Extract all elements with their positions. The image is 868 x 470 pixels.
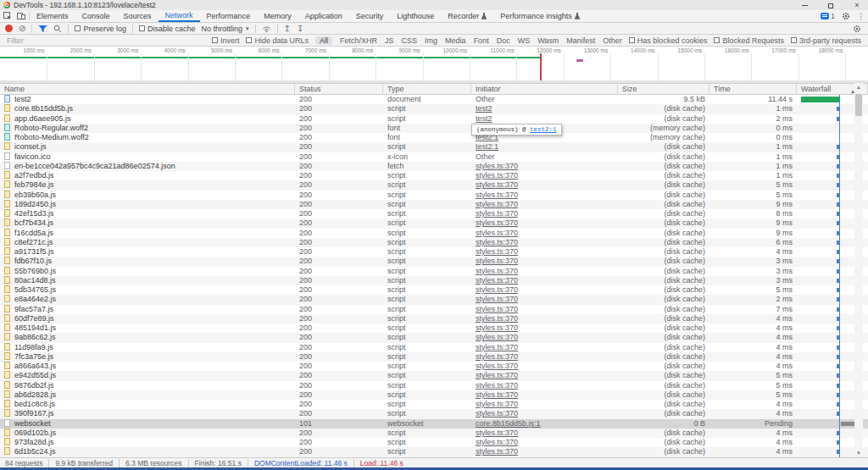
initiator-link[interactable]: styles.ts:370 xyxy=(476,209,518,218)
table-row[interactable]: iconset.js200scripttest2:1(disk cache)1 … xyxy=(0,142,868,152)
close-button[interactable]: × xyxy=(851,0,863,10)
tab-performance[interactable]: Performance xyxy=(200,10,258,22)
initiator-link[interactable]: styles.ts:370 xyxy=(476,257,518,265)
table-row[interactable]: 390f9167.js200scriptstyles.ts:370(disk c… xyxy=(0,409,868,418)
table-row[interactable]: Roboto-Regular.woff2200fonttest2:1(memor… xyxy=(0,124,868,133)
type-filter-img[interactable]: Img xyxy=(425,36,437,45)
table-row[interactable]: fdb67f10.js200scriptstyles.ts:370(disk c… xyxy=(0,257,868,266)
table-row[interactable]: 42ef15d3.js200scriptstyles.ts:370(disk c… xyxy=(0,209,868,218)
tab-console[interactable]: Console xyxy=(75,10,117,22)
tab-memory[interactable]: Memory xyxy=(257,10,298,22)
initiator-link[interactable]: test2:1 xyxy=(476,142,498,151)
type-filter-all[interactable]: All xyxy=(315,36,332,45)
column-header-status[interactable]: Status xyxy=(295,84,383,95)
initiator-link[interactable]: core.8b15dd5b.js:1 xyxy=(476,419,541,428)
filter-funnel-icon[interactable] xyxy=(38,25,47,33)
column-header-time[interactable]: Time xyxy=(709,84,797,95)
table-row[interactable]: 7fc3a75e.js200scriptstyles.ts:370(disk c… xyxy=(0,352,868,362)
type-filter-other[interactable]: Other xyxy=(603,36,622,45)
tab-sources[interactable]: Sources xyxy=(117,10,159,22)
table-row[interactable]: app.d6aee905.js200scripttest2(disk cache… xyxy=(0,114,868,124)
type-filter-font[interactable]: Font xyxy=(474,36,489,45)
initiator-link[interactable]: test2 xyxy=(476,104,492,113)
settings-gear-icon[interactable] xyxy=(842,12,850,20)
table-row[interactable]: favicon.ico200x-iconOther(disk cache)1 m… xyxy=(0,152,868,162)
table-row[interactable]: f16cdd5a.js200scriptstyles.ts:370(disk c… xyxy=(0,229,868,238)
table-row[interactable]: en-be1cce042a957bc4c9ca21ad86e02574.json… xyxy=(0,162,868,171)
initiator-link[interactable]: styles.ts:370 xyxy=(476,191,518,199)
table-row[interactable]: 485194d1.js200scriptstyles.ts:370(disk c… xyxy=(0,323,868,333)
type-filter-fetch-xhr[interactable]: Fetch/XHR xyxy=(340,36,377,45)
initiator-link[interactable]: styles.ts:370 xyxy=(476,343,518,351)
disable-cache-checkbox[interactable]: Disable cache xyxy=(139,25,196,33)
third-party-requests-checkbox[interactable]: 3rd-party requests xyxy=(791,36,861,45)
minimize-button[interactable] xyxy=(798,0,810,10)
initiator-link[interactable]: styles.ts:370 xyxy=(476,447,518,456)
network-conditions-icon[interactable] xyxy=(262,25,271,33)
table-scrollbar[interactable]: ▲ ▼ xyxy=(854,83,863,457)
table-row[interactable]: 6d1b5c24.js200scriptstyles.ts:370(disk c… xyxy=(0,447,868,456)
record-button[interactable] xyxy=(5,25,13,32)
clear-icon[interactable]: ⊘ xyxy=(19,25,25,33)
tab-elements[interactable]: Elements xyxy=(30,10,75,22)
table-row[interactable]: 9ab86c62.js200scriptstyles.ts:370(disk c… xyxy=(0,333,868,342)
initiator-link[interactable]: styles.ts:370 xyxy=(476,362,518,370)
table-row[interactable]: 973fa28d.js200scriptstyles.ts:370(disk c… xyxy=(0,438,868,447)
tab-application[interactable]: Application xyxy=(298,10,349,22)
tab-security[interactable]: Security xyxy=(349,10,391,22)
table-row[interactable]: e8a464e2.js200scriptstyles.ts:370(disk c… xyxy=(0,295,868,304)
type-filter-ws[interactable]: WS xyxy=(518,36,531,45)
initiator-link[interactable]: styles.ts:370 xyxy=(476,162,518,170)
search-icon[interactable] xyxy=(53,25,62,33)
table-row[interactable]: Roboto-Medium.woff2200fonttest2:1(memory… xyxy=(0,133,868,142)
more-options-icon[interactable]: ⋮ xyxy=(857,12,865,20)
column-header-size[interactable]: Size xyxy=(618,84,709,95)
table-row[interactable]: websocket101websocketcore.8b15dd5b.js:10… xyxy=(0,419,868,429)
table-row[interactable]: 5db34765.js200scriptstyles.ts:370(disk c… xyxy=(0,285,868,295)
tooltip-initiator-link[interactable]: test2:1 xyxy=(530,126,557,133)
initiator-link[interactable]: styles.ts:370 xyxy=(476,390,518,399)
initiator-link[interactable]: styles.ts:370 xyxy=(476,429,518,437)
issues-counter[interactable]: 1 xyxy=(821,12,835,20)
initiator-link[interactable]: styles.ts:370 xyxy=(476,171,518,180)
blocked-requests-checkbox[interactable]: Blocked Requests xyxy=(714,36,784,45)
initiator-link[interactable]: styles.ts:370 xyxy=(476,409,518,417)
initiator-link[interactable]: styles.ts:370 xyxy=(476,247,518,256)
tab-network[interactable]: Network xyxy=(159,10,200,22)
column-header-initiator[interactable]: Initiator xyxy=(471,84,618,95)
column-header-type[interactable]: Type xyxy=(383,84,471,95)
type-filter-css[interactable]: CSS xyxy=(402,36,418,45)
table-row[interactable]: a2f7edbd.js200scriptstyles.ts:370(disk c… xyxy=(0,171,868,180)
filter-input[interactable] xyxy=(7,36,205,45)
tab-lighthouse[interactable]: Lighthouse xyxy=(390,10,441,22)
scroll-down-icon[interactable]: ▼ xyxy=(854,449,863,457)
scroll-up-icon[interactable]: ▲ xyxy=(854,83,863,91)
has-blocked-cookies-checkbox[interactable]: Has blocked cookies xyxy=(629,36,708,45)
initiator-link[interactable]: styles.ts:370 xyxy=(476,352,518,361)
table-row[interactable]: eb39b60a.js200scriptstyles.ts:370(disk c… xyxy=(0,191,868,200)
initiator-link[interactable]: styles.ts:370 xyxy=(476,314,518,323)
initiator-link[interactable]: styles.ts:370 xyxy=(476,400,518,408)
initiator-link[interactable]: styles.ts:370 xyxy=(476,276,518,285)
hide-data-urls-checkbox[interactable]: Hide data URLs xyxy=(246,36,309,45)
table-row[interactable]: a866a643.js200scriptstyles.ts:370(disk c… xyxy=(0,362,868,371)
table-row[interactable]: core.8b15dd5b.js200scripttest2(disk cach… xyxy=(0,104,868,113)
table-row[interactable]: 80ac14d8.js200scriptstyles.ts:370(disk c… xyxy=(0,276,868,285)
initiator-link[interactable]: styles.ts:370 xyxy=(476,295,518,303)
table-row[interactable]: bcf7b434.js200scriptstyles.ts:370(disk c… xyxy=(0,218,868,228)
import-har-icon[interactable]: ↥ xyxy=(284,25,291,33)
initiator-link[interactable]: styles.ts:370 xyxy=(476,200,518,208)
table-row[interactable]: 9876db2f.js200scriptstyles.ts:370(disk c… xyxy=(0,381,868,390)
table-row[interactable]: bed1c8c8.js200scriptstyles.ts:370(disk c… xyxy=(0,400,868,409)
table-row[interactable]: c8ef271c.js200scriptstyles.ts:370(disk c… xyxy=(0,238,868,247)
type-filter-js[interactable]: JS xyxy=(385,36,394,45)
table-row[interactable]: ab6d2828.js200scriptstyles.ts:370(disk c… xyxy=(0,390,868,400)
tab-performance-insights[interactable]: Performance insights xyxy=(493,10,587,22)
column-header-name[interactable]: Name xyxy=(0,84,295,95)
type-filter-media[interactable]: Media xyxy=(445,36,466,45)
table-row[interactable]: e942d55d.js200scriptstyles.ts:370(disk c… xyxy=(0,371,868,380)
initiator-link[interactable]: styles.ts:370 xyxy=(476,333,518,341)
initiator-link[interactable]: styles.ts:370 xyxy=(476,438,518,446)
initiator-link[interactable]: styles.ts:370 xyxy=(476,180,518,189)
network-settings-gear-icon[interactable] xyxy=(853,25,861,33)
